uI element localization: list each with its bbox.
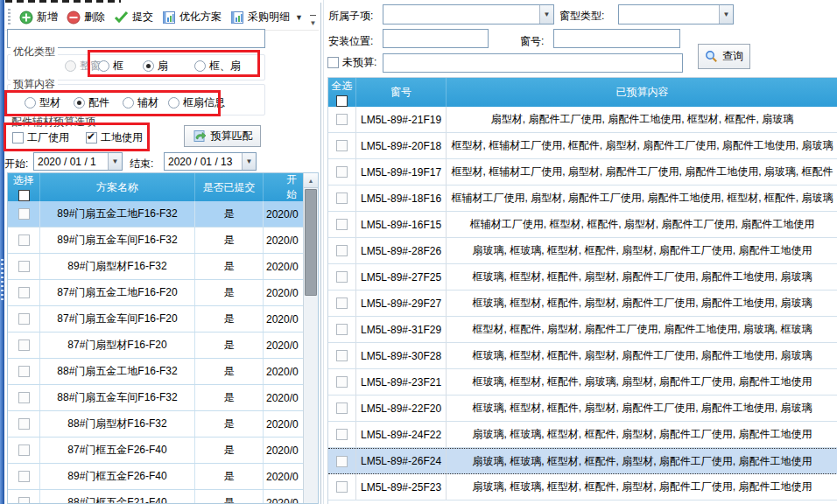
select-column-header[interactable]: 选择 (8, 173, 40, 201)
purchase-detail-button[interactable]: 采购明细 ▼ (226, 7, 307, 27)
add-button[interactable]: 新增 (15, 7, 62, 27)
table-row[interactable]: 87#门扇型材F16-F20 是 2020/0 (8, 332, 303, 359)
start-date-picker[interactable]: 2020 / 01 / 1 ▼ (33, 152, 123, 171)
table-row[interactable]: LM5L-89#-26F24 扇玻璃, 框玻璃, 框型材, 框配件, 扇型材, … (328, 448, 837, 474)
table-row[interactable]: LM5L-89#-19F17 框型材, 框辅材工厂使用, 扇型材, 扇配件工厂使… (328, 159, 837, 186)
table-row[interactable]: 88#门扇型材F16-F32 是 2020/0 (8, 411, 303, 438)
row-checkbox[interactable] (336, 429, 348, 440)
row-select-cell[interactable] (328, 133, 356, 158)
radio-auxiliary[interactable]: 辅材 (123, 96, 158, 109)
row-checkbox[interactable] (18, 234, 30, 246)
row-checkbox[interactable] (336, 402, 348, 414)
table-row[interactable]: LM5L-89#-28F26 扇玻璃, 框玻璃, 框型材, 框配件, 扇型材, … (328, 238, 837, 264)
row-checkbox[interactable] (336, 140, 348, 151)
row-checkbox[interactable] (336, 376, 348, 388)
radio-profile[interactable]: 型材 (25, 96, 60, 109)
table-row[interactable]: 89#门框五金F26-F40 是 2020/0 (8, 464, 303, 490)
row-select-cell[interactable] (8, 359, 40, 384)
submitted-column-header[interactable]: 是否已提交 (195, 173, 264, 201)
row-checkbox[interactable] (18, 392, 30, 403)
install-location-input[interactable] (383, 29, 489, 48)
row-select-cell[interactable] (8, 411, 40, 437)
plan-table-scrollbar[interactable]: ▲ (303, 173, 318, 503)
table-row[interactable]: LM5L-89#-16F15 框辅材工厂使用, 框型材, 框配件, 扇型材, 扇… (328, 212, 837, 238)
select-all-checkbox[interactable] (336, 95, 348, 107)
radio-frame[interactable]: 框 (98, 60, 123, 73)
row-select-cell[interactable] (328, 317, 356, 342)
row-checkbox[interactable] (18, 287, 30, 298)
row-select-cell[interactable] (8, 438, 40, 463)
row-checkbox[interactable] (336, 350, 348, 361)
start-column-header[interactable]: 开始 (264, 173, 303, 201)
row-select-cell[interactable] (8, 280, 40, 305)
row-select-cell[interactable] (328, 369, 356, 395)
toolbar-overflow-button[interactable]: ▼ (307, 13, 319, 27)
checkbox-not-budgeted[interactable]: 未预算: (327, 56, 376, 69)
table-row[interactable]: LM5L-89#-20F18 框型材, 框辅材工厂使用, 框配件, 扇型材, 扇… (328, 133, 837, 159)
row-checkbox[interactable] (18, 340, 30, 351)
table-row[interactable]: 89#门扇五金工地F16-F32 是 2020/0 (8, 201, 303, 228)
checkbox-site-use[interactable]: 工地使用 (86, 131, 143, 144)
table-row[interactable]: LM5L-89#-31F29 框型材, 框配件, 扇型材, 扇配件工厂使用, 扇… (328, 317, 837, 343)
table-row[interactable]: LM5L-89#-27F25 框玻璃, 框型材, 框配件, 扇型材, 扇配件工厂… (328, 264, 837, 290)
row-select-cell[interactable] (328, 290, 356, 316)
row-select-cell[interactable] (328, 343, 356, 368)
window-no-column-header[interactable]: 窗号 (356, 78, 447, 107)
budget-match-button[interactable]: 预算匹配 (184, 125, 261, 147)
row-checkbox[interactable] (18, 208, 30, 220)
submit-button[interactable]: 提交 (109, 7, 158, 27)
table-row[interactable]: 88#门框五金F21-F40 是 2020/0 (8, 490, 303, 504)
row-checkbox[interactable] (18, 471, 30, 482)
row-checkbox[interactable] (18, 497, 30, 504)
row-select-cell[interactable] (8, 254, 40, 279)
row-select-cell[interactable] (328, 186, 356, 211)
row-select-cell[interactable] (328, 422, 356, 447)
sub-item-select[interactable]: ▼ (383, 4, 554, 24)
not-budgeted-input[interactable] (383, 53, 683, 73)
row-checkbox[interactable] (18, 313, 30, 325)
row-checkbox[interactable] (18, 261, 30, 272)
row-select-cell[interactable] (8, 385, 40, 410)
budgeted-content-column-header[interactable]: 已预算内容 (447, 78, 837, 107)
row-select-cell[interactable] (328, 474, 356, 500)
row-checkbox[interactable] (18, 418, 30, 430)
row-checkbox[interactable] (336, 166, 348, 178)
row-checkbox[interactable] (18, 366, 30, 377)
radio-frame-sash-info[interactable]: 框扇信息 (168, 96, 225, 109)
row-select-cell[interactable] (328, 449, 356, 473)
row-checkbox[interactable] (336, 192, 348, 204)
window-no-input[interactable] (553, 29, 680, 48)
row-checkbox[interactable] (18, 444, 30, 456)
row-select-cell[interactable] (8, 306, 40, 332)
scrollbar-thumb[interactable] (305, 189, 317, 296)
radio-accessory[interactable]: 配件 (74, 96, 109, 109)
table-row[interactable]: LM5L-89#-24F22 扇玻璃, 框玻璃, 框型材, 框配件, 扇型材, … (328, 422, 837, 448)
row-select-cell[interactable] (8, 490, 40, 504)
scroll-up-arrow-icon[interactable]: ▲ (304, 173, 318, 188)
table-row[interactable]: LM5L-89#-23F21 框玻璃, 框型材, 框配件, 扇玻璃, 扇型材, … (328, 369, 837, 396)
chevron-down-icon[interactable]: ▼ (719, 5, 733, 24)
table-row[interactable]: LM5L-89#-25F23 扇玻璃, 框玻璃, 框型材, 框配件, 扇型材, … (328, 474, 837, 500)
row-checkbox[interactable] (336, 324, 348, 335)
row-select-cell[interactable] (328, 264, 356, 290)
query-button[interactable]: 查询 (698, 44, 750, 69)
select-all-column-header[interactable]: 全选 (328, 78, 356, 107)
table-row[interactable]: LM5L-89#-29F27 框玻璃, 框型材, 框配件, 扇型材, 扇配件工厂… (328, 290, 837, 317)
chevron-down-icon[interactable]: ▼ (539, 5, 553, 24)
row-select-cell[interactable] (328, 212, 356, 237)
checkbox-factory-use[interactable]: 工厂使用 (12, 131, 69, 144)
row-select-cell[interactable] (328, 238, 356, 263)
row-checkbox[interactable] (336, 114, 348, 125)
radio-sash[interactable]: 扇 (143, 60, 168, 73)
chevron-down-icon[interactable]: ▼ (242, 153, 256, 170)
row-select-cell[interactable] (8, 201, 40, 227)
end-date-picker[interactable]: 2020 / 01 / 13 ▼ (164, 152, 257, 171)
table-row[interactable]: 87#门扇五金工地F16-F20 是 2020/0 (8, 280, 303, 306)
row-select-cell[interactable] (328, 107, 356, 132)
table-row[interactable]: 88#门扇五金工地F16-F32 是 2020/0 (8, 359, 303, 385)
table-row[interactable]: 87#门框五金F26-F40 是 2020/0 (8, 438, 303, 464)
row-checkbox[interactable] (336, 219, 348, 230)
row-checkbox[interactable] (336, 271, 348, 283)
row-select-cell[interactable] (8, 464, 40, 489)
row-checkbox[interactable] (336, 481, 348, 493)
